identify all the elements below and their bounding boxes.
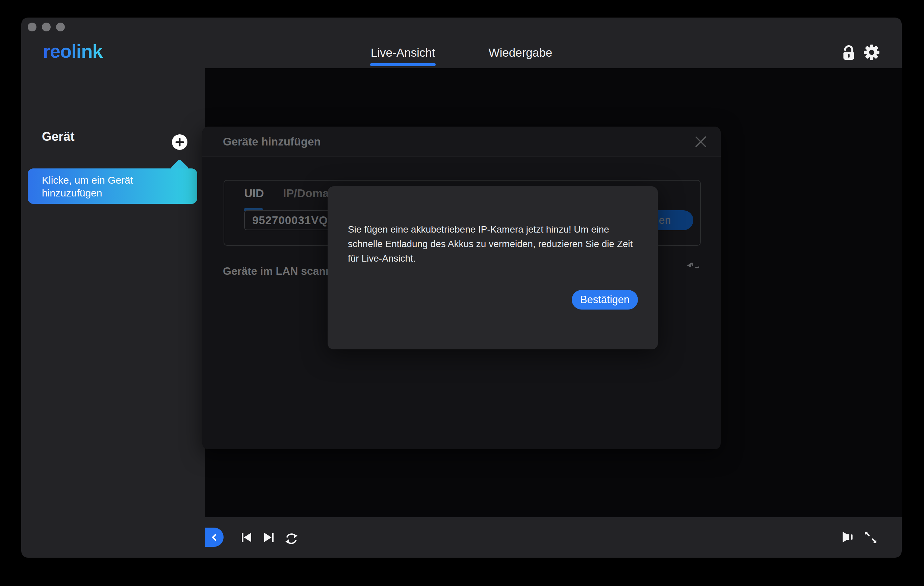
sidebar-title: Gerät (42, 130, 75, 144)
tab-live-ansicht[interactable]: Live-Ansicht (371, 44, 435, 61)
modal-message-line3: für Live-Ansicht. (348, 251, 633, 266)
device-sidebar: Gerät Klicke, um ein Gerät hinzuzufügen (21, 68, 205, 558)
next-page-icon[interactable] (263, 532, 275, 543)
bestaetigen-button[interactable]: Bestätigen (572, 290, 638, 309)
app-window: reolink Live-Ansicht Wiedergabe (21, 18, 902, 558)
screen-background: reolink Live-Ansicht Wiedergabe (0, 0, 924, 586)
cycle-pages-icon[interactable] (285, 532, 298, 545)
window-zoom-button[interactable] (56, 23, 65, 31)
battery-warning-modal: Sie fügen eine akkubetriebene IP-Kamera … (328, 186, 658, 349)
bestaetigen-button-label: Bestätigen (580, 294, 630, 306)
modal-message: Sie fügen eine akkubetriebene IP-Kamera … (348, 222, 633, 266)
add-device-tooltip: Klicke, um ein Gerät hinzuzufügen (28, 168, 197, 204)
lan-scan-label: Geräte im LAN scannen (223, 265, 345, 278)
tab-live-ansicht-label: Live-Ansicht (371, 46, 435, 59)
tab-wiedergabe[interactable]: Wiedergabe (488, 44, 552, 61)
gear-icon[interactable] (863, 44, 880, 61)
modal-message-line1: Sie fügen eine akkubetriebene IP-Kamera … (348, 222, 633, 237)
window-close-button[interactable] (28, 23, 36, 31)
main-nav: Live-Ansicht Wiedergabe (21, 44, 902, 61)
fullscreen-icon[interactable] (864, 531, 878, 544)
tooltip-text-line2: hinzuzufügen (42, 187, 197, 199)
add-device-button[interactable] (172, 134, 187, 150)
titlebar: reolink Live-Ansicht Wiedergabe (21, 18, 902, 68)
volume-icon[interactable] (841, 531, 855, 543)
dialog-title: Geräte hinzufügen (223, 135, 321, 148)
window-minimize-button[interactable] (42, 23, 51, 31)
previous-page-icon[interactable] (241, 532, 252, 543)
active-tab-underline (370, 63, 436, 66)
tooltip-text-line1: Klicke, um ein Gerät (42, 174, 197, 187)
playback-toolbar (205, 517, 902, 558)
tab-uid[interactable]: UID (244, 187, 264, 200)
dialog-header: Geräte hinzufügen (202, 127, 721, 156)
modal-message-line2: schnelle Entladung des Akkus zu vermeide… (348, 237, 633, 251)
collapse-sidebar-button[interactable] (205, 528, 224, 547)
close-icon[interactable] (695, 135, 707, 148)
refresh-icon[interactable] (684, 263, 699, 278)
lock-icon[interactable] (841, 44, 857, 61)
chevron-left-icon (210, 532, 218, 543)
tab-wiedergabe-label: Wiedergabe (488, 46, 552, 59)
